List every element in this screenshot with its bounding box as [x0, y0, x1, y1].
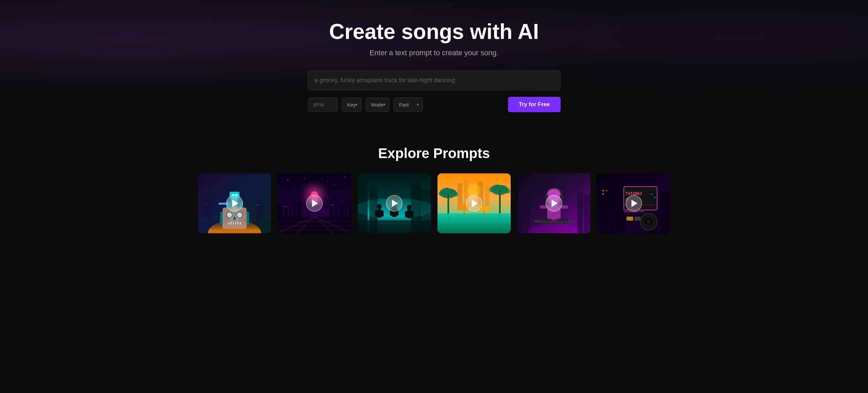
play-icon-3: [392, 200, 398, 207]
svg-point-65: [407, 205, 411, 210]
svg-rect-122: [606, 190, 608, 191]
speed-select-wrapper: Fast Slow Medium: [394, 97, 423, 112]
svg-rect-60: [381, 211, 383, 217]
prompt-input[interactable]: [308, 70, 561, 90]
music-card-2[interactable]: [278, 173, 351, 233]
svg-rect-69: [358, 220, 431, 233]
music-card-5[interactable]: [517, 173, 591, 233]
svg-rect-14: [209, 196, 211, 220]
svg-point-22: [328, 181, 328, 182]
svg-point-57: [377, 204, 381, 209]
svg-rect-85: [437, 213, 511, 233]
try-for-free-button[interactable]: Try for Free: [508, 97, 561, 112]
svg-rect-67: [405, 211, 408, 217]
play-icon-4: [472, 200, 478, 207]
music-card-3[interactable]: [358, 173, 431, 233]
play-button-6[interactable]: [625, 195, 642, 212]
play-icon-1: [232, 200, 238, 207]
svg-rect-16: [260, 202, 262, 220]
play-icon-6: [631, 200, 638, 207]
svg-rect-118: [626, 217, 633, 221]
play-button-2[interactable]: [306, 195, 323, 212]
svg-rect-95: [584, 195, 591, 233]
svg-point-103: [539, 218, 552, 222]
svg-rect-92: [517, 193, 524, 233]
svg-point-23: [344, 176, 345, 177]
hero-title: Create songs with AI: [329, 20, 539, 43]
prompt-container: [308, 70, 561, 90]
svg-rect-8: [230, 212, 234, 222]
svg-rect-41: [278, 217, 351, 233]
svg-rect-94: [577, 192, 583, 233]
svg-rect-125: [654, 196, 656, 198]
mode-select-wrapper: Mode Major Minor: [366, 97, 390, 112]
svg-rect-58: [377, 209, 381, 218]
play-button-3[interactable]: [386, 195, 403, 212]
svg-rect-66: [407, 210, 411, 218]
play-button-1[interactable]: [226, 195, 243, 212]
svg-point-25: [334, 185, 335, 186]
svg-rect-121: [602, 190, 604, 191]
svg-point-24: [294, 187, 295, 187]
svg-point-20: [287, 180, 288, 180]
svg-point-90: [467, 183, 481, 196]
play-icon-2: [312, 200, 318, 207]
mode-select[interactable]: Mode Major Minor: [366, 97, 390, 112]
hero-subtitle: Enter a text prompt to create your song.: [370, 49, 499, 57]
svg-rect-15: [256, 198, 259, 220]
play-button-5[interactable]: [546, 195, 562, 212]
key-select-wrapper: Key C C# D D# E F F# G G# A A# B: [342, 97, 362, 112]
key-select[interactable]: Key C C# D D# E F F# G G# A A# B: [342, 97, 362, 112]
svg-rect-110: [660, 192, 671, 233]
svg-point-21: [304, 178, 305, 179]
svg-rect-123: [602, 193, 604, 195]
svg-rect-119: [634, 217, 641, 221]
explore-section: Explore Prompts: [0, 125, 868, 247]
svg-point-104: [556, 218, 569, 222]
cards-grid: TATAKKI VE: [185, 173, 684, 233]
svg-rect-9: [236, 212, 239, 222]
svg-rect-93: [525, 190, 530, 233]
bpm-input[interactable]: [308, 97, 338, 112]
svg-rect-124: [650, 193, 652, 195]
music-card-1[interactable]: [198, 173, 271, 233]
speed-select[interactable]: Fast Slow Medium: [394, 97, 423, 112]
music-card-6[interactable]: TATAKKI VE: [597, 173, 671, 233]
play-button-4[interactable]: [466, 195, 483, 212]
explore-title: Explore Prompts: [378, 145, 490, 161]
music-card-4[interactable]: [437, 173, 511, 233]
svg-rect-13: [205, 200, 207, 220]
svg-rect-59: [375, 211, 378, 217]
svg-point-117: [647, 220, 650, 223]
svg-rect-68: [411, 211, 413, 217]
play-icon-5: [552, 200, 558, 207]
hero-section: Create songs with AI Enter a text prompt…: [0, 0, 868, 125]
controls-row: Key C C# D D# E F F# G G# A A# B Mode Ma…: [308, 97, 561, 112]
